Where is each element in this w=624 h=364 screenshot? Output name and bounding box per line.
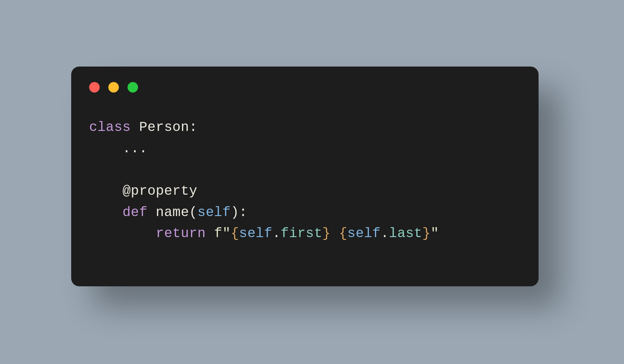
dot: .	[272, 226, 281, 241]
keyword-def: def	[123, 205, 148, 220]
indent	[89, 205, 123, 220]
keyword-return: return	[156, 226, 206, 241]
dot: .	[381, 226, 389, 241]
indent	[89, 141, 123, 156]
brace-open: {	[339, 226, 347, 241]
ellipsis: ...	[123, 141, 148, 156]
brace-open: {	[231, 226, 239, 241]
code-editor: class Person: ... @property def name(sel…	[71, 93, 539, 244]
function-name: name	[156, 205, 189, 220]
window-titlebar	[71, 67, 539, 93]
indent	[89, 226, 156, 241]
decorator-property: @property	[123, 183, 197, 199]
indent	[89, 183, 123, 199]
attr-last: last	[389, 226, 422, 241]
colon: :	[239, 205, 247, 220]
keyword-class: class	[89, 119, 131, 135]
string-quote: "	[222, 226, 231, 241]
colon: :	[189, 119, 197, 135]
attr-first: first	[281, 226, 323, 241]
string-quote: "	[431, 226, 439, 241]
paren-open: (	[189, 205, 197, 220]
string-space	[331, 226, 339, 241]
self-param: self	[197, 205, 231, 220]
fstring-prefix: f	[214, 226, 223, 241]
class-name: Person	[139, 119, 189, 135]
self-ref: self	[239, 226, 272, 241]
code-window: class Person: ... @property def name(sel…	[71, 67, 539, 286]
brace-close: }	[422, 226, 431, 241]
zoom-icon[interactable]	[128, 82, 138, 93]
paren-close: )	[231, 205, 239, 220]
self-ref: self	[347, 226, 381, 241]
brace-close: }	[322, 226, 331, 241]
close-icon[interactable]	[89, 82, 100, 93]
minimize-icon[interactable]	[108, 82, 119, 93]
